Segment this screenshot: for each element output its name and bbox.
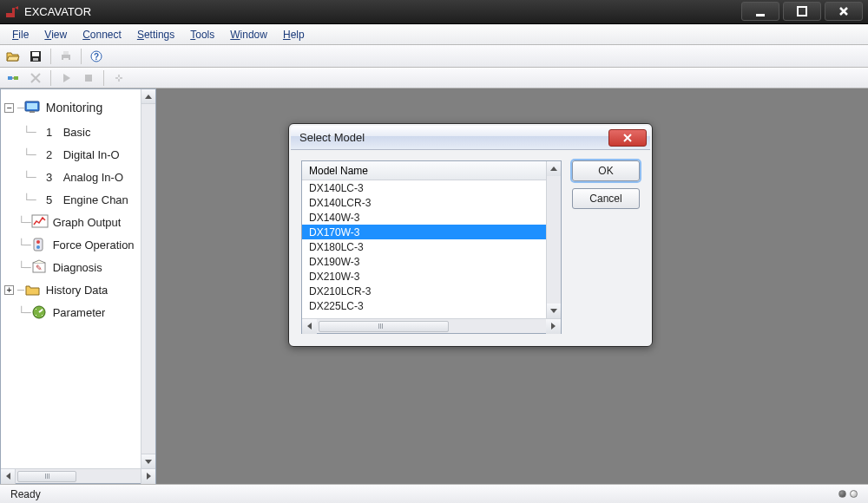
scroll-left-icon[interactable] — [1, 469, 16, 484]
scroll-down-icon[interactable] — [547, 304, 561, 318]
tree-item-label: Parameter — [53, 306, 106, 319]
dialog-title-text: Select Model — [299, 131, 365, 144]
menu-view[interactable]: View — [37, 26, 74, 43]
menu-tools[interactable]: Tools — [183, 26, 221, 43]
collapse-icon[interactable]: − — [4, 103, 14, 113]
expand-icon[interactable]: + — [4, 285, 14, 295]
list-row[interactable]: DX210LCR-3 — [302, 284, 561, 298]
window-title: EXCAVATOR — [24, 5, 741, 18]
svg-text:✎: ✎ — [36, 264, 43, 272]
menu-connect[interactable]: Connect — [76, 26, 128, 43]
tree-item-label: Force Operation — [53, 238, 135, 252]
save-icon[interactable] — [26, 47, 45, 66]
menu-window[interactable]: Window — [223, 26, 274, 43]
svg-rect-0 — [6, 13, 15, 17]
toolbar-main: ? — [0, 45, 868, 68]
scroll-right-icon[interactable] — [141, 469, 155, 484]
connect-icon[interactable] — [3, 69, 23, 88]
window-controls — [741, 0, 868, 23]
scroll-thumb[interactable] — [17, 471, 76, 482]
menu-file[interactable]: File — [5, 26, 36, 43]
list-header[interactable]: Model Name — [302, 161, 561, 180]
tree-item-icon — [30, 304, 49, 320]
scroll-up-icon[interactable] — [547, 161, 561, 176]
status-text: Ready — [10, 488, 41, 500]
monitor-icon — [23, 100, 43, 115]
play-icon[interactable] — [56, 69, 76, 88]
tree-item-icon: ✎ — [30, 259, 49, 275]
svg-point-20 — [36, 240, 40, 244]
list-scrollbar-vertical[interactable] — [546, 161, 561, 318]
tree-item[interactable]: └─✎Diagnosis — [4, 256, 155, 278]
statusbar: Ready — [0, 484, 868, 503]
tree-item[interactable]: +─History Data — [4, 278, 155, 301]
svg-text:?: ? — [94, 52, 99, 62]
list-row[interactable]: DX210W-3 — [302, 269, 561, 284]
close-button[interactable] — [825, 2, 863, 21]
tree-child-number: 3 — [36, 171, 63, 184]
list-row[interactable]: DX170W-3 — [302, 225, 561, 239]
list-scrollbar-horizontal[interactable] — [302, 318, 561, 333]
tree-scrollbar-vertical[interactable] — [141, 89, 155, 468]
tree-child[interactable]: └─3Analog In-O — [4, 166, 155, 188]
tree-item[interactable]: └─Parameter — [4, 301, 155, 323]
svg-rect-17 — [30, 111, 35, 113]
tree-child-label: Digital In-O — [63, 148, 120, 161]
list-row[interactable]: DX140W-3 — [302, 210, 561, 225]
select-model-dialog: Select Model Model Name DX140LC-3DX140LC… — [288, 123, 653, 347]
tree-item[interactable]: └─Force Operation — [4, 233, 155, 256]
model-listbox[interactable]: Model Name DX140LC-3DX140LCR-3DX140W-3DX… — [301, 160, 562, 334]
dialog-titlebar[interactable]: Select Model — [291, 126, 650, 150]
menubar: File View Connect Settings Tools Window … — [0, 24, 868, 45]
scroll-thumb[interactable] — [319, 321, 449, 332]
tree-scrollbar-horizontal[interactable] — [1, 468, 155, 483]
list-row[interactable]: DX190W-3 — [302, 254, 561, 269]
maximize-button[interactable] — [783, 2, 821, 21]
tree-item-label: Graph Output — [53, 216, 122, 229]
disconnect-icon[interactable] — [26, 69, 45, 88]
tree-child[interactable]: └─1Basic — [4, 121, 155, 143]
help-icon[interactable]: ? — [87, 47, 106, 66]
print-icon[interactable] — [56, 47, 76, 66]
tree-item-icon — [30, 237, 49, 252]
list-row[interactable]: DX140LC-3 — [302, 180, 561, 195]
tree-child[interactable]: └─5Engine Chan — [4, 188, 155, 211]
svg-rect-1 — [12, 8, 15, 13]
stop-icon[interactable] — [79, 69, 98, 88]
menu-settings[interactable]: Settings — [130, 26, 181, 43]
open-icon[interactable] — [3, 47, 23, 66]
list-row[interactable]: DX225LC-3 — [302, 298, 561, 313]
column-model-name[interactable]: Model Name — [302, 161, 561, 180]
tree-child[interactable]: └─2Digital In-O — [4, 143, 155, 166]
tree-item-icon — [30, 214, 49, 230]
tree-panel: − ─ Monitoring └─1Basic└─2Digital In-O└─… — [0, 88, 156, 484]
status-led-2 — [850, 490, 858, 498]
list-row[interactable]: DX180LC-3 — [302, 239, 561, 254]
menu-help[interactable]: Help — [276, 26, 312, 43]
svg-rect-16 — [27, 103, 37, 109]
tree-item-label: Diagnosis — [53, 261, 102, 274]
ok-button[interactable]: OK — [572, 160, 640, 181]
tree-item[interactable]: └─Graph Output — [4, 211, 155, 233]
tree-child-label: Analog In-O — [63, 171, 123, 184]
list-row[interactable]: DX140LCR-3 — [302, 195, 561, 210]
cancel-button[interactable]: Cancel — [572, 188, 640, 209]
options-icon[interactable] — [109, 69, 128, 88]
titlebar: EXCAVATOR — [0, 0, 868, 24]
app-icon — [5, 5, 19, 19]
scroll-up-icon[interactable] — [141, 89, 155, 104]
scroll-down-icon[interactable] — [141, 454, 155, 468]
dialog-close-button[interactable] — [608, 129, 647, 147]
minimize-button[interactable] — [741, 2, 779, 21]
scroll-left-icon[interactable] — [302, 319, 317, 334]
scroll-right-icon[interactable] — [546, 319, 561, 334]
svg-rect-12 — [8, 76, 12, 80]
tree-child-number: 2 — [36, 148, 63, 161]
svg-rect-3 — [798, 7, 806, 16]
svg-rect-13 — [14, 76, 18, 80]
tree-child-number: 1 — [36, 126, 63, 139]
svg-rect-5 — [32, 52, 39, 56]
svg-rect-6 — [33, 58, 38, 61]
tree-root-monitoring[interactable]: − ─ Monitoring — [4, 95, 155, 121]
tree-child-number: 5 — [36, 193, 63, 206]
